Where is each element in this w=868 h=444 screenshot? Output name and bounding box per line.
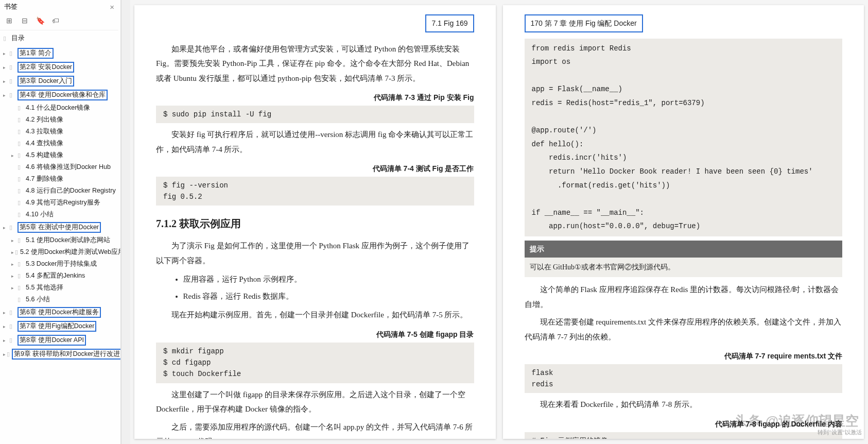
bookmark-alt-icon[interactable]: 🏷 (51, 16, 60, 25)
paragraph: 之后，需要添加应用程序的源代码。创建一个名叫 app.py 的文件，并写入代码清… (156, 420, 474, 439)
document-view: 7.1 Fig 169 如果是其他平台，或者偏好使用包管理方式安装，可以通过 P… (130, 0, 868, 444)
chevron-right-icon[interactable]: ▸ (3, 93, 8, 98)
code-caption-7-7: 代码清单 7-7 require ments.txt 文件 (525, 349, 843, 363)
toc-item[interactable]: ▸▯5.5 其他选择 (3, 282, 118, 294)
chevron-right-icon[interactable]: ▸ (11, 274, 16, 279)
page-icon: ▯ (18, 296, 24, 303)
toc-label: 4.6 将镜像推送到Docker Hub (26, 163, 111, 172)
toc-item[interactable]: ▯4.4 查找镜像 (3, 138, 118, 149)
paragraph: 这个简单的 Flask 应用程序追踪保存在 Redis 里的计数器。每次访问根路… (525, 282, 843, 312)
toc-item[interactable]: ▯4.2 列出镜像 (3, 114, 118, 126)
code-7-5: $ mkdir figapp $ cd figapp $ touch Docke… (156, 343, 474, 383)
toc-label: 4.2 列出镜像 (26, 115, 63, 124)
bookmark-icon[interactable]: 🔖 (36, 16, 44, 25)
container-list: 应用容器，运行 Python 示例程序。 Redis 容器，运行 Redis 数… (183, 272, 474, 303)
page-icon: ▯ (18, 211, 24, 218)
code-7-3: $ sudo pip install -U fig (156, 106, 474, 123)
page-icon: ▯ (18, 176, 24, 182)
sidebar-title: 书签 (4, 2, 18, 11)
toc-root[interactable]: ▯ 目录 (3, 32, 118, 44)
toc-item[interactable]: ▸▯第7章 使用Fig编配Docker (3, 319, 118, 333)
toc-item[interactable]: ▸▯第3章 Docker入门 (3, 74, 118, 88)
chevron-right-icon[interactable]: ▸ (3, 338, 8, 343)
toc-item[interactable]: ▸▯第5章 在测试中使用Docker (3, 220, 118, 234)
page-icon: ▯ (9, 78, 15, 84)
toc-label: 5.5 其他选择 (26, 283, 63, 292)
toc-item[interactable]: ▯4.7 删除镜像 (3, 173, 118, 185)
page-icon: ▯ (15, 249, 18, 255)
paragraph: 如果是其他平台，或者偏好使用包管理方式安装，可以通过 Python 的包管理系统… (156, 42, 474, 86)
toc-item[interactable]: ▸▯5.1 使用Docker测试静态网站 (3, 234, 118, 246)
content-scrollbar[interactable] (121, 0, 130, 444)
collapse-all-icon[interactable]: ⊟ (21, 16, 29, 25)
toc-label: 5.6 小结 (26, 295, 50, 304)
chevron-right-icon[interactable]: ▸ (3, 51, 8, 56)
toc-item[interactable]: ▸▯5.4 多配置的Jenkins (3, 270, 118, 282)
chevron-right-icon[interactable]: ▸ (3, 79, 8, 84)
code-7-7: flask redis (525, 364, 843, 394)
paragraph: 这里创建了一个叫做 figapp 的目录来保存示例应用。之后进入这个目录，创建了… (156, 387, 474, 417)
paragraph: 现在开始构建示例应用。首先，创建一个目录并创建 Dockerfile，如代码清单… (156, 308, 474, 322)
toc-label: 第3章 Docker入门 (18, 76, 74, 87)
toc-label: 4.3 拉取镜像 (26, 127, 63, 136)
tip-body: 可以在 GitHub①或者本书官网②找到源代码。 (525, 258, 843, 278)
toc-item[interactable]: ▸▯第1章 简介 (3, 46, 118, 60)
section-7-1-2: 7.1.2 获取示例应用 (156, 214, 474, 233)
toc-item[interactable]: ▯4.1 什么是Docker镜像 (3, 102, 118, 114)
page-icon: ▯ (18, 105, 24, 111)
toc-item[interactable]: ▯4.6 将镜像推送到Docker Hub (3, 161, 118, 173)
close-icon[interactable]: × (110, 3, 114, 11)
code-7-4: $ fig --version fig 0.5.2 (156, 177, 474, 206)
list-item: 应用容器，运行 Python 示例程序。 (183, 272, 474, 287)
toc-label: 第8章 使用Docker API (18, 335, 86, 346)
toc-label: 5.4 多配置的Jenkins (26, 271, 85, 280)
toc-item[interactable]: ▸▯5.2 使用Docker构建并测试Web应用程序 (3, 246, 118, 258)
toc-item[interactable]: ▸▯第2章 安装Docker (3, 60, 118, 74)
expand-all-icon[interactable]: ⊞ (5, 16, 13, 25)
page-icon: ▯ (9, 323, 15, 330)
paragraph: 现在来看看 Dockerfile，如代码清单 7-8 所示。 (525, 397, 843, 412)
paragraph: 安装好 fig 可执行程序后，就可以通过使用--version 标志调用 fig… (156, 127, 474, 157)
toc-label: 4.10 小结 (26, 210, 54, 219)
page-icon: ▯ (7, 351, 10, 357)
page-169: 7.1 Fig 169 如果是其他平台，或者偏好使用包管理方式安装，可以通过 P… (134, 5, 496, 439)
chevron-right-icon[interactable]: ▸ (11, 153, 16, 158)
chevron-right-icon[interactable]: ▸ (3, 225, 8, 230)
toc-item[interactable]: ▯4.9 其他可选Registry服务 (3, 197, 118, 209)
page-icon: ▯ (9, 92, 15, 98)
toc-label: 4.7 删除镜像 (26, 175, 63, 183)
page-icon: ▯ (9, 50, 15, 57)
code-caption-7-5: 代码清单 7-5 创建 figapp 目录 (156, 328, 474, 341)
toc-label: 第7章 使用Fig编配Docker (18, 321, 96, 332)
code-caption-7-4: 代码清单 7-4 测试 Fig 是否工作 (156, 162, 474, 176)
chevron-right-icon[interactable]: ▸ (11, 262, 16, 267)
chevron-right-icon[interactable]: ▸ (3, 65, 8, 70)
toc-item[interactable]: ▸▯第4章 使用Docker镜像和仓库 (3, 88, 118, 102)
toc-item[interactable]: ▯4.10 小结 (3, 209, 118, 220)
chevron-right-icon[interactable]: ▸ (11, 285, 16, 291)
chevron-right-icon[interactable]: ▸ (3, 310, 8, 315)
chevron-right-icon[interactable]: ▸ (3, 352, 6, 357)
toc-item[interactable]: ▸▯第8章 使用Docker API (3, 333, 118, 347)
toc-label: 第6章 使用Docker构建服务 (18, 307, 101, 318)
toc-item[interactable]: ▯4.8 运行自己的Docker Registry (3, 185, 118, 197)
toc-item[interactable]: ▯4.3 拉取镜像 (3, 126, 118, 138)
page-icon: ▯ (18, 284, 24, 291)
toc-item[interactable]: ▸▯5.3 Docker用于持续集成 (3, 258, 118, 270)
toc-item[interactable]: ▸▯4.5 构建镜像 (3, 149, 118, 161)
page-icon: ▯ (9, 64, 15, 71)
chevron-right-icon[interactable]: ▸ (3, 324, 8, 329)
code-7-8: # Fig 示例应用的镜像 FROM python:2.7 MAINTAINER… (525, 432, 843, 439)
toc-label: 第1章 简介 (18, 48, 54, 59)
chevron-right-icon[interactable]: ▸ (11, 238, 16, 243)
toc-label: 第4章 使用Docker镜像和仓库 (18, 90, 108, 100)
sidebar-toolbar: ⊞ ⊟ 🔖 🏷 (0, 13, 118, 30)
sidebar-header: 书签 × (0, 0, 118, 13)
page-icon: ▯ (3, 35, 9, 42)
page-170: 170 第 7 章 使用 Fig 编配 Docker from redis im… (503, 5, 864, 439)
chevron-right-icon[interactable]: ▸ (11, 250, 14, 255)
toc-item[interactable]: ▯5.6 小结 (3, 294, 118, 305)
page-icon: ▯ (9, 224, 15, 231)
toc-item[interactable]: ▸▯第9章 获得帮助和对Docker进行改进 (3, 347, 118, 361)
toc-item[interactable]: ▸▯第6章 使用Docker构建服务 (3, 305, 118, 319)
